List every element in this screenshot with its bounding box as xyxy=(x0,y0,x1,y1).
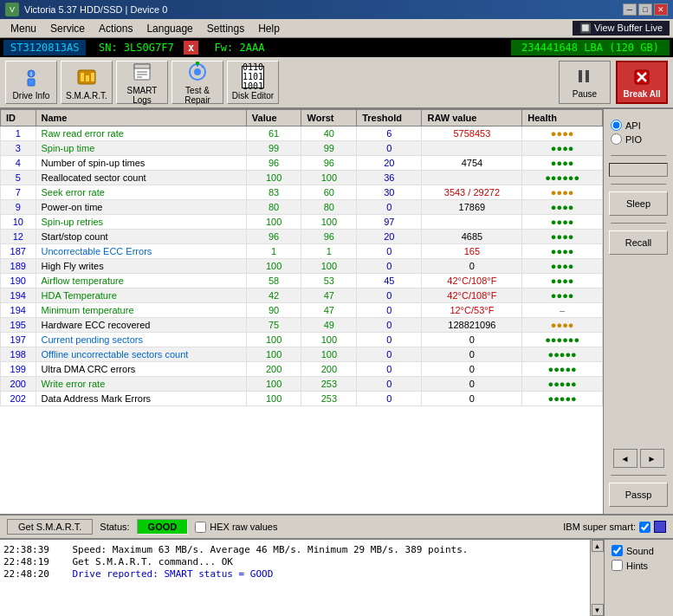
menu-item-menu[interactable]: Menu xyxy=(3,21,43,36)
menu-item-service[interactable]: Service xyxy=(43,21,92,36)
menu-item-help[interactable]: Help xyxy=(251,21,287,36)
col-header-treshold: Treshold xyxy=(357,110,422,126)
drive-info-button[interactable]: i Drive Info xyxy=(5,61,57,104)
cell-health: ●●●● xyxy=(522,274,603,289)
api-radio[interactable] xyxy=(611,120,622,131)
drive-info-label: Drive Info xyxy=(13,91,50,101)
ibm-super-smart-group: IBM super smart: xyxy=(563,521,666,533)
cell-treshold: 0 xyxy=(357,289,422,303)
log-entry-2: 22:48:19 Get S.M.A.R.T. command... OK xyxy=(3,556,586,567)
fw-label: Fw: xyxy=(215,42,234,54)
log-scroll-down[interactable]: ▼ xyxy=(592,604,604,616)
status-label: Status: xyxy=(100,522,129,532)
table-row: 187 Uncorrectable ECC Errors 1 1 0 165 ●… xyxy=(1,244,603,259)
cell-worst: 253 xyxy=(301,392,357,406)
minimize-button[interactable]: ─ xyxy=(623,3,637,16)
ibm-blue-box[interactable] xyxy=(654,521,666,533)
api-label: API xyxy=(625,120,641,131)
api-radio-item[interactable]: API xyxy=(611,120,666,131)
smart-logs-button[interactable]: SMART Logs xyxy=(116,61,168,104)
hints-checkbox[interactable] xyxy=(612,560,623,571)
sound-label: Sound xyxy=(626,546,654,556)
passp-button[interactable]: Passp xyxy=(609,483,668,507)
title-controls: ─ □ ✕ xyxy=(623,3,668,16)
bottom-bar: Get S.M.A.R.T. Status: GOOD HEX raw valu… xyxy=(0,514,673,538)
cell-worst: 53 xyxy=(301,274,357,289)
cell-treshold: 0 xyxy=(357,377,422,392)
cell-value: 83 xyxy=(246,185,301,200)
view-buffer-button[interactable]: 🔲 View Buffer Live xyxy=(573,21,670,36)
cell-health: ●●●● xyxy=(522,318,603,333)
cell-treshold: 20 xyxy=(357,230,422,244)
log-area: 22:38:39 Speed: Maximum 63 MB/s. Average… xyxy=(0,538,673,616)
cell-value: 58 xyxy=(246,274,301,289)
cell-treshold: 0 xyxy=(357,347,422,362)
cell-treshold: 0 xyxy=(357,259,422,274)
table-row: 199 Ultra DMA CRC errors 200 200 0 0 ●●●… xyxy=(1,362,603,377)
cell-name: Reallocated sector count xyxy=(36,171,246,185)
pause-label: Pause xyxy=(573,89,597,99)
cell-worst: 47 xyxy=(301,289,357,303)
table-row: 197 Current pending sectors 100 100 0 0 … xyxy=(1,333,603,347)
smart-button[interactable]: S.M.A.R.T. xyxy=(61,61,113,104)
cell-raw: 5758453 xyxy=(422,126,522,141)
sleep-button[interactable]: Sleep xyxy=(609,191,668,216)
log-link-3[interactable]: Drive reported: SMART status = GOOD xyxy=(72,568,273,580)
log-scroll-up[interactable]: ▲ xyxy=(592,540,604,552)
cell-raw: 4685 xyxy=(422,230,522,244)
menu-item-actions[interactable]: Actions xyxy=(92,21,139,36)
ibm-super-checkbox[interactable] xyxy=(639,522,650,533)
disk-editor-icon: 011011011001 xyxy=(241,65,265,89)
cell-raw: 128821096 xyxy=(422,318,522,333)
sn-label: SN: xyxy=(99,42,118,54)
prev-button[interactable]: ◄ xyxy=(613,449,637,468)
title-bar: V Victoria 5.37 HDD/SSD | Device 0 ─ □ ✕ xyxy=(0,0,673,19)
close-button[interactable]: ✕ xyxy=(654,3,668,16)
cell-worst: 47 xyxy=(301,303,357,318)
pio-radio-item[interactable]: PIO xyxy=(611,133,666,145)
pause-button[interactable]: Pause xyxy=(559,61,611,104)
test-repair-button[interactable]: Test & Repair xyxy=(171,61,223,104)
break-icon xyxy=(631,67,652,89)
log-scrollbar: ▲ ▼ xyxy=(590,540,604,616)
break-all-label: Break All xyxy=(624,89,661,99)
log-entry-3: 22:48:20 Drive reported: SMART status = … xyxy=(3,568,586,580)
cell-raw xyxy=(422,141,522,156)
cell-health: ●●●● xyxy=(522,289,603,303)
menu-item-language[interactable]: Language xyxy=(139,21,199,36)
cell-worst: 100 xyxy=(301,215,357,230)
pio-radio[interactable] xyxy=(611,133,622,145)
mode-display xyxy=(609,163,668,177)
next-button[interactable]: ► xyxy=(640,449,664,468)
table-header-row: ID Name Value Worst Treshold RAW value H… xyxy=(1,110,603,126)
table-row: 195 Hardware ECC recovered 75 49 0 12882… xyxy=(1,318,603,333)
cell-treshold: 30 xyxy=(357,185,422,200)
table-row: 5 Reallocated sector count 100 100 36 ●●… xyxy=(1,171,603,185)
cell-health: ●●●●● xyxy=(522,362,603,377)
get-smart-button[interactable]: Get S.M.A.R.T. xyxy=(7,519,93,535)
recall-button[interactable]: Recall xyxy=(609,230,668,255)
cell-treshold: 20 xyxy=(357,156,422,171)
cell-name: Uncorrectable ECC Errors xyxy=(36,244,246,259)
cell-value: 100 xyxy=(246,259,301,274)
col-header-value: Value xyxy=(246,110,301,126)
sound-checkbox[interactable] xyxy=(612,545,623,556)
device-close-button[interactable]: x xyxy=(184,41,198,55)
cell-value: 200 xyxy=(246,362,301,377)
disk-editor-button[interactable]: 011011011001 Disk Editor xyxy=(227,61,279,104)
hex-raw-checkbox[interactable] xyxy=(195,522,206,533)
svg-rect-1 xyxy=(28,79,35,86)
cell-id: 10 xyxy=(1,215,36,230)
cell-worst: 100 xyxy=(301,259,357,274)
menu-item-settings[interactable]: Settings xyxy=(200,21,251,36)
cell-value: 42 xyxy=(246,289,301,303)
cell-raw: 12°C/53°F xyxy=(422,303,522,318)
maximize-button[interactable]: □ xyxy=(638,3,652,16)
device-bar: ST3120813AS SN: 3LS0G7F7 x Fw: 2AAA 2344… xyxy=(0,38,673,57)
svg-rect-8 xyxy=(134,64,150,68)
cell-health: ●●●● xyxy=(522,215,603,230)
cell-name: Offline uncorrectable sectors count xyxy=(36,347,246,362)
cell-health: ●●●● xyxy=(522,185,603,200)
table-row: 7 Seek error rate 83 60 30 3543 / 29272 … xyxy=(1,185,603,200)
break-all-button[interactable]: Break All xyxy=(616,61,668,104)
